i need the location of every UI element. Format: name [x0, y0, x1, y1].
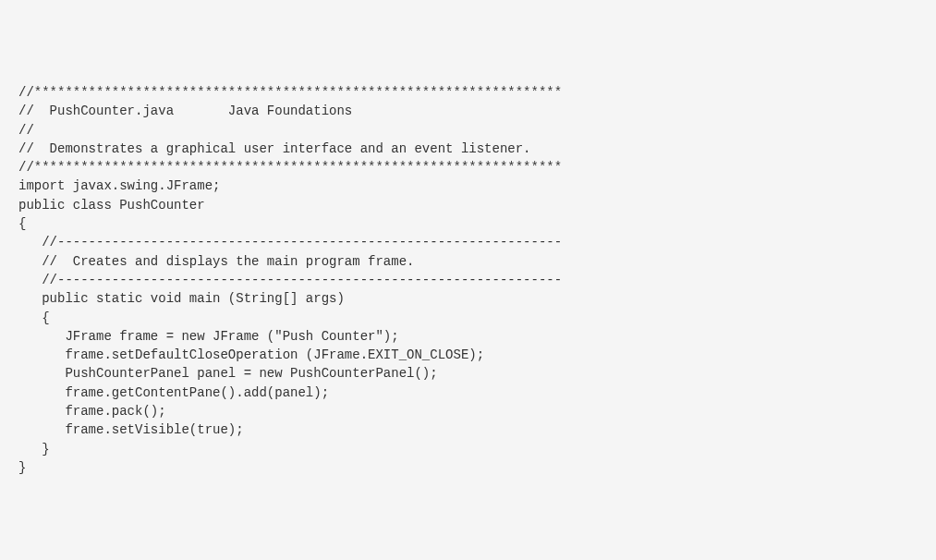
code-line: JFrame frame = new JFrame ("Push Counter…	[18, 327, 918, 346]
code-line: //**************************************…	[18, 158, 918, 177]
code-block: //**************************************…	[18, 83, 918, 477]
code-line: // Creates and displays the main program…	[18, 252, 918, 271]
code-line: //**************************************…	[18, 83, 918, 102]
code-line: {	[18, 309, 918, 327]
code-line: //--------------------------------------…	[18, 233, 918, 251]
code-line: {	[18, 214, 918, 233]
code-line: frame.getContentPane().add(panel);	[18, 383, 918, 402]
code-line: frame.setDefaultCloseOperation (JFrame.E…	[18, 346, 918, 364]
code-line: // PushCounter.java Java Foundations	[18, 102, 918, 120]
code-line: frame.pack();	[18, 402, 918, 420]
code-line: }	[18, 458, 918, 477]
code-line: import javax.swing.JFrame;	[18, 177, 918, 195]
code-line: public class PushCounter	[18, 196, 918, 214]
code-line: // Demonstrates a graphical user interfa…	[18, 140, 918, 158]
code-line: PushCounterPanel panel = new PushCounter…	[18, 364, 918, 383]
code-line: }	[18, 440, 918, 458]
code-line: frame.setVisible(true);	[18, 420, 918, 439]
code-line: public static void main (String[] args)	[18, 289, 918, 308]
code-line: //	[18, 121, 918, 140]
code-line: //--------------------------------------…	[18, 271, 918, 289]
